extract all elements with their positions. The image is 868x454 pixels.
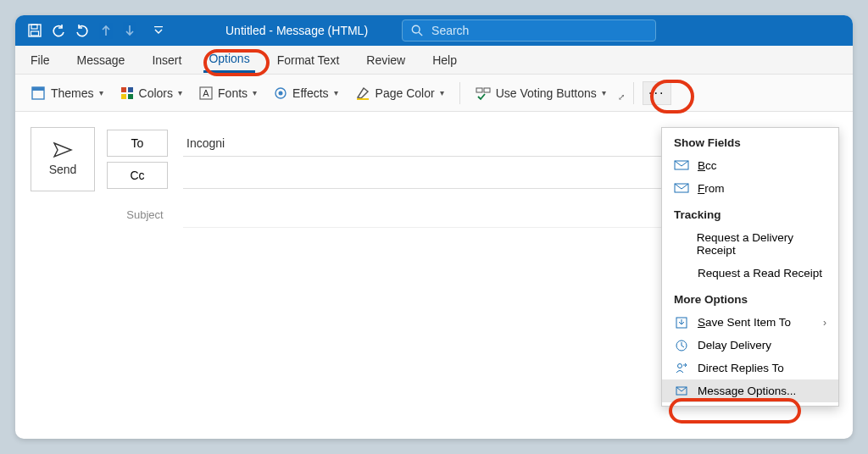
menu-from[interactable]: From — [662, 177, 838, 200]
send-button[interactable]: Send — [31, 127, 95, 191]
themes-button[interactable]: Themes▾ — [24, 82, 110, 104]
chevron-down-icon: ▾ — [178, 88, 182, 97]
search-icon — [411, 25, 423, 36]
svg-text:A: A — [203, 88, 209, 98]
menu-bcc[interactable]: Bcc — [662, 154, 838, 177]
separator — [459, 82, 460, 104]
chevron-down-icon: ▾ — [253, 88, 257, 97]
tab-options[interactable]: Options — [203, 47, 254, 73]
section-tracking: Tracking — [662, 200, 838, 226]
subject-label: Subject — [107, 208, 183, 221]
down-arrow-icon[interactable] — [122, 23, 137, 38]
separator — [633, 82, 634, 104]
svg-rect-9 — [128, 87, 133, 92]
send-icon — [53, 142, 72, 158]
chevron-down-icon: ▾ — [602, 88, 606, 97]
tab-file[interactable]: File — [25, 48, 55, 72]
effects-button[interactable]: Effects▾ — [267, 83, 345, 103]
menu-save-sent-item-to[interactable]: Save Sent Item To › — [662, 311, 838, 334]
voting-buttons-button[interactable]: Use Voting Buttons▾ — [469, 82, 613, 104]
svg-point-23 — [678, 363, 682, 368]
delay-icon — [674, 340, 689, 352]
chevron-down-icon: ▾ — [99, 88, 103, 97]
menu-direct-replies-to[interactable]: Direct Replies To — [662, 357, 838, 379]
menu-delay-delivery[interactable]: Delay Delivery — [662, 334, 838, 357]
section-more-options: More Options — [662, 285, 838, 311]
svg-rect-3 — [154, 26, 163, 27]
tab-format-text[interactable]: Format Text — [272, 48, 345, 72]
dialog-launcher-icon[interactable]: ⤢ — [618, 92, 625, 102]
page-color-button[interactable]: Page Color▾ — [348, 82, 451, 104]
fonts-icon: A — [199, 86, 213, 100]
fonts-button[interactable]: A Fonts▾ — [192, 83, 264, 103]
cc-button[interactable]: Cc — [107, 162, 168, 189]
from-icon — [674, 184, 689, 194]
chevron-down-icon: ▾ — [440, 88, 444, 97]
menu-request-read-receipt[interactable]: Request a Read Receipt — [662, 262, 838, 285]
svg-point-15 — [279, 91, 283, 95]
search-placeholder: Search — [431, 24, 469, 37]
title-bar: Untitled - Message (HTML) Search — [15, 15, 853, 46]
page-color-icon — [355, 86, 370, 101]
up-arrow-icon[interactable] — [98, 23, 114, 38]
qat-overflow-icon[interactable] — [151, 23, 166, 38]
svg-line-5 — [419, 32, 422, 36]
chevron-down-icon: ▾ — [334, 88, 338, 97]
save-icon[interactable] — [27, 23, 42, 38]
window-title: Untitled - Message (HTML) — [225, 24, 368, 37]
ribbon-overflow-button[interactable]: ··· — [643, 81, 671, 105]
svg-rect-17 — [476, 88, 482, 92]
chevron-right-icon: › — [823, 317, 826, 329]
redo-icon[interactable] — [75, 23, 90, 38]
svg-rect-10 — [121, 94, 126, 99]
save-sent-icon — [674, 317, 689, 329]
section-show-fields: Show Fields — [662, 128, 838, 154]
svg-rect-16 — [357, 98, 369, 100]
menu-message-options[interactable]: Message Options... — [662, 379, 838, 402]
svg-rect-8 — [121, 87, 126, 92]
voting-icon — [476, 86, 491, 101]
svg-rect-1 — [31, 25, 37, 29]
undo-icon[interactable] — [51, 23, 66, 38]
colors-button[interactable]: Colors▾ — [114, 83, 189, 103]
tab-insert[interactable]: Insert — [147, 48, 186, 72]
to-button[interactable]: To — [107, 130, 168, 157]
tab-message[interactable]: Message — [72, 48, 131, 72]
bcc-icon — [674, 161, 689, 171]
search-input[interactable]: Search — [402, 19, 656, 42]
overflow-dropdown: Show Fields Bcc From Tracking Request a … — [661, 127, 839, 407]
message-options-icon — [674, 385, 689, 397]
effects-icon — [274, 86, 287, 100]
themes-icon — [31, 86, 46, 101]
tab-help[interactable]: Help — [427, 48, 462, 72]
colors-icon — [120, 86, 134, 100]
svg-rect-7 — [32, 87, 44, 91]
tab-review[interactable]: Review — [361, 48, 410, 72]
ribbon-options: Themes▾ Colors▾ A Fonts▾ Effects▾ Page C… — [15, 75, 853, 112]
svg-rect-11 — [128, 94, 133, 99]
svg-rect-2 — [31, 31, 39, 36]
ribbon-tabs: File Message Insert Options Format Text … — [15, 46, 853, 75]
svg-point-4 — [412, 25, 420, 33]
menu-request-delivery-receipt[interactable]: Request a Delivery Receipt — [662, 226, 838, 262]
direct-replies-icon — [674, 363, 689, 374]
svg-rect-18 — [484, 88, 490, 92]
